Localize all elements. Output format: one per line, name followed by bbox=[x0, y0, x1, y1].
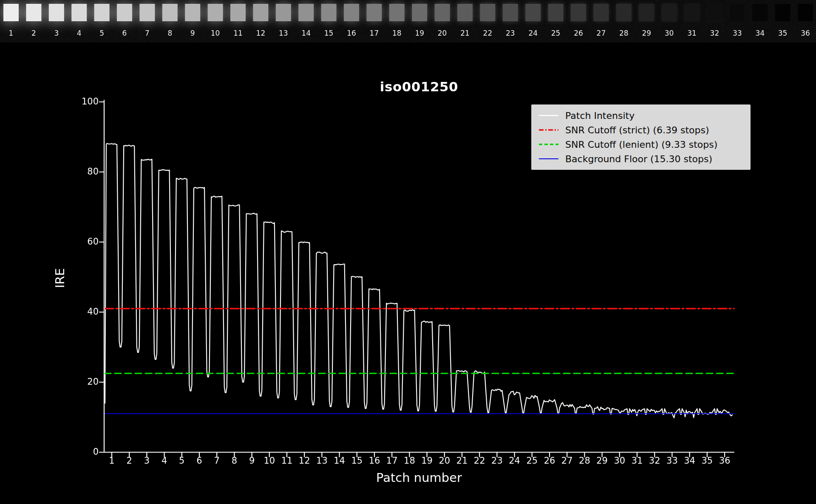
y-tick-label-100: 100 bbox=[60, 96, 99, 107]
x-tick-label-19: 19 bbox=[419, 456, 436, 466]
legend-label: Background Floor (15.30 stops) bbox=[565, 154, 712, 164]
legend-item-snr-strict: SNR Cutoff (strict) (6.39 stops) bbox=[531, 123, 751, 137]
x-tick-label-32: 32 bbox=[646, 456, 663, 466]
x-tick-label-21: 21 bbox=[453, 456, 470, 466]
x-tick-label-28: 28 bbox=[576, 456, 593, 466]
legend-item-snr-lenient: SNR Cutoff (lenient) (9.33 stops) bbox=[531, 137, 751, 152]
x-tick-label-26: 26 bbox=[541, 456, 558, 466]
x-tick-label-9: 9 bbox=[244, 456, 261, 466]
chart-title: iso001250 bbox=[104, 79, 734, 94]
x-tick-label-24: 24 bbox=[506, 456, 523, 466]
x-tick-label-33: 33 bbox=[663, 456, 680, 466]
snr-strict-line-icon bbox=[538, 128, 559, 132]
x-tick-label-18: 18 bbox=[401, 456, 418, 466]
x-tick-label-2: 2 bbox=[121, 456, 138, 466]
x-axis-label: Patch number bbox=[104, 470, 734, 485]
x-tick-label-7: 7 bbox=[208, 456, 225, 466]
x-tick-label-27: 27 bbox=[558, 456, 575, 466]
x-tick-label-34: 34 bbox=[681, 456, 698, 466]
y-tick-label-60: 60 bbox=[60, 237, 99, 247]
x-tick-label-8: 8 bbox=[226, 456, 243, 466]
x-tick-label-29: 29 bbox=[594, 456, 611, 466]
background-floor-line-icon bbox=[538, 157, 559, 161]
screenshot-root: iso001250 IRE Patch number 020406080100 … bbox=[0, 0, 816, 504]
x-tick-label-13: 13 bbox=[313, 456, 330, 466]
x-tick-label-11: 11 bbox=[278, 456, 295, 466]
x-tick-label-22: 22 bbox=[471, 456, 488, 466]
patch-intensity-line-icon bbox=[538, 113, 559, 118]
y-tick-label-80: 80 bbox=[60, 166, 99, 177]
x-tick-label-25: 25 bbox=[524, 456, 541, 466]
legend-label: Patch Intensity bbox=[565, 110, 635, 121]
legend-item-patch-intensity: Patch Intensity bbox=[531, 108, 751, 123]
legend-label: SNR Cutoff (strict) (6.39 stops) bbox=[565, 125, 709, 135]
x-tick-label-4: 4 bbox=[156, 456, 173, 466]
snr-lenient-line-icon bbox=[538, 142, 559, 146]
x-tick-label-14: 14 bbox=[331, 456, 348, 466]
x-tick-label-36: 36 bbox=[716, 456, 733, 466]
x-tick-label-35: 35 bbox=[699, 456, 716, 466]
x-tick-label-5: 5 bbox=[173, 456, 190, 466]
x-tick-label-10: 10 bbox=[261, 456, 278, 466]
x-tick-label-23: 23 bbox=[488, 456, 505, 466]
legend: Patch Intensity SNR Cutoff (strict) (6.3… bbox=[531, 104, 751, 170]
y-tick-label-0: 0 bbox=[60, 447, 99, 457]
x-tick-label-16: 16 bbox=[366, 456, 383, 466]
x-tick-label-6: 6 bbox=[191, 456, 208, 466]
x-tick-label-1: 1 bbox=[103, 456, 120, 466]
x-tick-label-20: 20 bbox=[436, 456, 453, 466]
x-tick-label-17: 17 bbox=[383, 456, 400, 466]
legend-item-background-floor: Background Floor (15.30 stops) bbox=[531, 152, 751, 166]
y-axis-label: IRE bbox=[53, 259, 67, 297]
x-tick-label-30: 30 bbox=[611, 456, 628, 466]
x-tick-label-3: 3 bbox=[138, 456, 155, 466]
chart-canvas bbox=[0, 0, 816, 504]
y-tick-label-20: 20 bbox=[60, 377, 99, 387]
x-tick-label-12: 12 bbox=[296, 456, 313, 466]
y-tick-label-40: 40 bbox=[60, 307, 99, 317]
x-tick-label-31: 31 bbox=[629, 456, 646, 466]
legend-label: SNR Cutoff (lenient) (9.33 stops) bbox=[565, 139, 717, 150]
x-tick-label-15: 15 bbox=[348, 456, 366, 466]
